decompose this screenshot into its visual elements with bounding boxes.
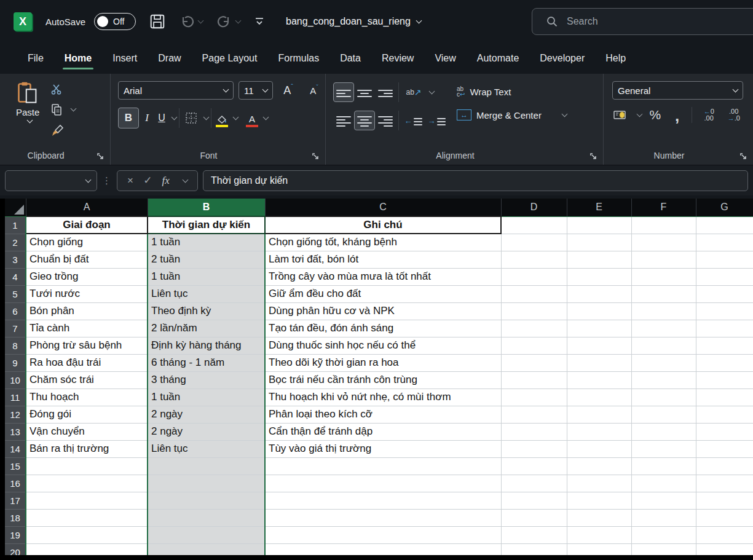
row-header-14[interactable]: 14 [5, 440, 26, 457]
excel-logo-icon[interactable]: X [14, 12, 32, 31]
cell-C20[interactable] [265, 543, 501, 555]
confirm-entry-button[interactable]: ✓ [143, 174, 152, 187]
cell-G6[interactable] [696, 302, 753, 320]
undo-button[interactable] [179, 14, 203, 29]
cell-D11[interactable] [501, 388, 567, 406]
tab-insert[interactable]: Insert [102, 43, 148, 74]
cell-F20[interactable] [631, 543, 696, 555]
row-header-19[interactable]: 19 [5, 526, 26, 543]
cell-F13[interactable] [631, 423, 696, 440]
cell-E5[interactable] [567, 285, 631, 302]
cell-F11[interactable] [631, 388, 696, 406]
cell-E20[interactable] [567, 543, 631, 555]
row-header-18[interactable]: 18 [5, 509, 26, 526]
borders-chevron-icon[interactable] [203, 114, 210, 120]
cell-G5[interactable] [696, 285, 753, 302]
italic-button[interactable]: I [139, 108, 155, 128]
tab-page-layout[interactable]: Page Layout [192, 43, 268, 74]
undo-menu-chevron-icon[interactable] [198, 18, 204, 24]
tab-home[interactable]: Home [54, 43, 102, 74]
cell-A14[interactable]: Bán ra thị trường [26, 440, 148, 457]
cell-A5[interactable]: Tưới nước [26, 285, 148, 302]
row-header-20[interactable]: 20 [5, 543, 26, 555]
row-header-12[interactable]: 12 [5, 406, 26, 423]
cancel-entry-button[interactable]: × [127, 175, 133, 187]
cell-B3[interactable]: 2 tuần [148, 251, 265, 268]
cell-A11[interactable]: Thu hoạch [26, 388, 148, 406]
name-box[interactable] [5, 170, 97, 191]
cell-D14[interactable] [501, 440, 567, 457]
cell-D17[interactable] [501, 492, 567, 509]
cell-G15[interactable] [696, 457, 753, 475]
cell-E7[interactable] [567, 320, 631, 337]
font-color-chevron-icon[interactable] [263, 114, 269, 120]
cell-B13[interactable]: 2 ngày [148, 423, 265, 440]
cell-G7[interactable] [696, 320, 753, 337]
search-input[interactable]: Search [532, 8, 753, 35]
cell-C1[interactable]: Ghi chú [265, 216, 501, 234]
cell-G17[interactable] [696, 492, 753, 509]
merge-center-chevron-icon[interactable] [561, 111, 567, 117]
row-header-15[interactable]: 15 [5, 457, 26, 475]
cell-C7[interactable]: Tạo tán đều, đón ánh sáng [265, 320, 501, 337]
cell-B4[interactable]: 1 tuần [148, 268, 265, 285]
cell-F8[interactable] [631, 337, 696, 354]
row-header-1[interactable]: 1 [5, 216, 26, 234]
cell-D9[interactable] [501, 354, 567, 371]
cell-D3[interactable] [501, 251, 567, 268]
redo-button[interactable] [216, 14, 240, 29]
cell-E12[interactable] [567, 406, 631, 423]
font-color-button[interactable]: A [244, 109, 260, 127]
cell-A1[interactable]: Giai đoạn [26, 216, 148, 234]
cell-C16[interactable] [265, 475, 501, 492]
save-button[interactable] [149, 14, 165, 30]
row-header-10[interactable]: 10 [5, 371, 26, 388]
cell-B5[interactable]: Liên tục [148, 285, 265, 302]
accounting-chevron-icon[interactable] [636, 111, 642, 117]
cell-G20[interactable] [696, 543, 753, 555]
formula-input[interactable]: Thời gian dự kiến [203, 170, 748, 191]
cell-D20[interactable] [501, 543, 567, 555]
row-header-17[interactable]: 17 [5, 492, 26, 509]
cell-A19[interactable] [26, 526, 148, 543]
cell-C18[interactable] [265, 509, 501, 526]
autosave-toggle[interactable]: Off [94, 13, 136, 30]
cell-E6[interactable] [567, 302, 631, 320]
tab-review[interactable]: Review [371, 43, 424, 74]
cell-G4[interactable] [696, 268, 753, 285]
cell-D5[interactable] [501, 285, 567, 302]
orientation-button[interactable]: ab ↗ [401, 82, 426, 102]
cell-G12[interactable] [696, 406, 753, 423]
top-align-button[interactable] [333, 82, 354, 102]
cell-E4[interactable] [567, 268, 631, 285]
column-header-B[interactable]: B [148, 199, 265, 216]
row-header-8[interactable]: 8 [5, 337, 26, 354]
decrease-font-size-button[interactable]: Aˇ [304, 81, 325, 100]
orientation-chevron-icon[interactable] [429, 89, 435, 95]
cell-C14[interactable]: Tùy vào giá thị trường [265, 440, 501, 457]
cell-G9[interactable] [696, 354, 753, 371]
cell-F12[interactable] [631, 406, 696, 423]
cell-F15[interactable] [631, 457, 696, 475]
cell-B9[interactable]: 6 tháng - 1 năm [148, 354, 265, 371]
cell-G1[interactable] [696, 216, 753, 234]
cell-D15[interactable] [501, 457, 567, 475]
cell-C11[interactable]: Thu hoạch khi vỏ nứt nhẹ, có mùi thơm [265, 388, 501, 406]
format-painter-button[interactable] [50, 124, 76, 136]
cell-D13[interactable] [501, 423, 567, 440]
cell-E19[interactable] [567, 526, 631, 543]
column-header-A[interactable]: A [26, 199, 148, 216]
bottom-align-button[interactable] [375, 82, 396, 102]
percent-style-button[interactable]: % [645, 106, 666, 124]
column-header-G[interactable]: G [696, 199, 753, 216]
borders-button[interactable] [182, 108, 200, 128]
tab-help[interactable]: Help [595, 43, 636, 74]
cell-A3[interactable]: Chuẩn bị đất [26, 251, 148, 268]
cell-G14[interactable] [696, 440, 753, 457]
cell-F2[interactable] [631, 234, 696, 251]
cell-E9[interactable] [567, 354, 631, 371]
copy-button[interactable] [50, 103, 76, 116]
row-header-13[interactable]: 13 [5, 423, 26, 440]
redo-menu-chevron-icon[interactable] [235, 18, 242, 24]
cell-E2[interactable] [567, 234, 631, 251]
